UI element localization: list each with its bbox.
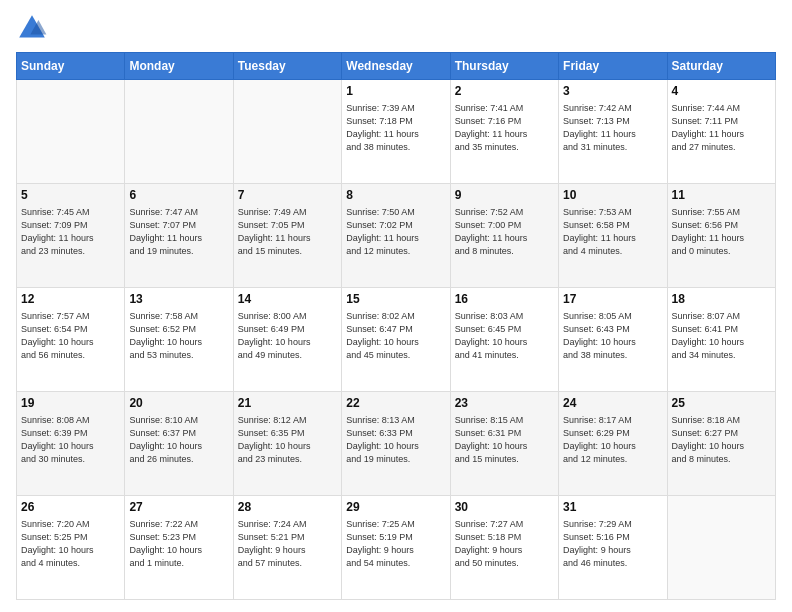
calendar-table: Sunday Monday Tuesday Wednesday Thursday… (16, 52, 776, 600)
day-number: 7 (238, 187, 337, 204)
day-info: Sunrise: 8:08 AM Sunset: 6:39 PM Dayligh… (21, 414, 120, 466)
day-number: 6 (129, 187, 228, 204)
day-number: 3 (563, 83, 662, 100)
calendar-cell: 21Sunrise: 8:12 AM Sunset: 6:35 PM Dayli… (233, 392, 341, 496)
calendar-cell: 30Sunrise: 7:27 AM Sunset: 5:18 PM Dayli… (450, 496, 558, 600)
day-info: Sunrise: 7:41 AM Sunset: 7:16 PM Dayligh… (455, 102, 554, 154)
day-info: Sunrise: 7:50 AM Sunset: 7:02 PM Dayligh… (346, 206, 445, 258)
day-number: 20 (129, 395, 228, 412)
day-number: 13 (129, 291, 228, 308)
calendar-week-row: 19Sunrise: 8:08 AM Sunset: 6:39 PM Dayli… (17, 392, 776, 496)
day-info: Sunrise: 8:12 AM Sunset: 6:35 PM Dayligh… (238, 414, 337, 466)
day-number: 15 (346, 291, 445, 308)
day-info: Sunrise: 8:10 AM Sunset: 6:37 PM Dayligh… (129, 414, 228, 466)
col-tuesday: Tuesday (233, 53, 341, 80)
calendar-cell: 28Sunrise: 7:24 AM Sunset: 5:21 PM Dayli… (233, 496, 341, 600)
calendar-cell: 1Sunrise: 7:39 AM Sunset: 7:18 PM Daylig… (342, 80, 450, 184)
day-info: Sunrise: 7:45 AM Sunset: 7:09 PM Dayligh… (21, 206, 120, 258)
logo (16, 12, 52, 44)
day-info: Sunrise: 8:00 AM Sunset: 6:49 PM Dayligh… (238, 310, 337, 362)
day-number: 2 (455, 83, 554, 100)
day-number: 23 (455, 395, 554, 412)
day-number: 24 (563, 395, 662, 412)
calendar-cell (125, 80, 233, 184)
day-info: Sunrise: 7:29 AM Sunset: 5:16 PM Dayligh… (563, 518, 662, 570)
calendar-cell: 26Sunrise: 7:20 AM Sunset: 5:25 PM Dayli… (17, 496, 125, 600)
day-info: Sunrise: 7:52 AM Sunset: 7:00 PM Dayligh… (455, 206, 554, 258)
day-number: 27 (129, 499, 228, 516)
day-number: 29 (346, 499, 445, 516)
day-info: Sunrise: 8:17 AM Sunset: 6:29 PM Dayligh… (563, 414, 662, 466)
calendar-cell: 4Sunrise: 7:44 AM Sunset: 7:11 PM Daylig… (667, 80, 775, 184)
calendar-cell: 27Sunrise: 7:22 AM Sunset: 5:23 PM Dayli… (125, 496, 233, 600)
day-number: 21 (238, 395, 337, 412)
day-number: 4 (672, 83, 771, 100)
calendar-cell: 17Sunrise: 8:05 AM Sunset: 6:43 PM Dayli… (559, 288, 667, 392)
calendar-cell: 24Sunrise: 8:17 AM Sunset: 6:29 PM Dayli… (559, 392, 667, 496)
header (16, 12, 776, 44)
day-info: Sunrise: 7:58 AM Sunset: 6:52 PM Dayligh… (129, 310, 228, 362)
calendar-cell: 16Sunrise: 8:03 AM Sunset: 6:45 PM Dayli… (450, 288, 558, 392)
calendar-cell (17, 80, 125, 184)
day-number: 16 (455, 291, 554, 308)
day-info: Sunrise: 7:20 AM Sunset: 5:25 PM Dayligh… (21, 518, 120, 570)
day-number: 11 (672, 187, 771, 204)
day-info: Sunrise: 7:22 AM Sunset: 5:23 PM Dayligh… (129, 518, 228, 570)
calendar-cell: 2Sunrise: 7:41 AM Sunset: 7:16 PM Daylig… (450, 80, 558, 184)
day-number: 25 (672, 395, 771, 412)
calendar-week-row: 26Sunrise: 7:20 AM Sunset: 5:25 PM Dayli… (17, 496, 776, 600)
calendar-cell: 29Sunrise: 7:25 AM Sunset: 5:19 PM Dayli… (342, 496, 450, 600)
day-info: Sunrise: 7:55 AM Sunset: 6:56 PM Dayligh… (672, 206, 771, 258)
col-wednesday: Wednesday (342, 53, 450, 80)
day-info: Sunrise: 7:42 AM Sunset: 7:13 PM Dayligh… (563, 102, 662, 154)
calendar-week-row: 5Sunrise: 7:45 AM Sunset: 7:09 PM Daylig… (17, 184, 776, 288)
day-info: Sunrise: 8:13 AM Sunset: 6:33 PM Dayligh… (346, 414, 445, 466)
calendar-cell: 8Sunrise: 7:50 AM Sunset: 7:02 PM Daylig… (342, 184, 450, 288)
logo-icon (16, 12, 48, 44)
day-number: 12 (21, 291, 120, 308)
calendar-cell: 7Sunrise: 7:49 AM Sunset: 7:05 PM Daylig… (233, 184, 341, 288)
calendar-cell: 15Sunrise: 8:02 AM Sunset: 6:47 PM Dayli… (342, 288, 450, 392)
day-info: Sunrise: 8:07 AM Sunset: 6:41 PM Dayligh… (672, 310, 771, 362)
day-number: 10 (563, 187, 662, 204)
day-number: 22 (346, 395, 445, 412)
calendar-cell: 14Sunrise: 8:00 AM Sunset: 6:49 PM Dayli… (233, 288, 341, 392)
col-saturday: Saturday (667, 53, 775, 80)
day-info: Sunrise: 8:05 AM Sunset: 6:43 PM Dayligh… (563, 310, 662, 362)
calendar-cell: 9Sunrise: 7:52 AM Sunset: 7:00 PM Daylig… (450, 184, 558, 288)
calendar-cell: 31Sunrise: 7:29 AM Sunset: 5:16 PM Dayli… (559, 496, 667, 600)
calendar-week-row: 12Sunrise: 7:57 AM Sunset: 6:54 PM Dayli… (17, 288, 776, 392)
day-number: 9 (455, 187, 554, 204)
day-info: Sunrise: 8:02 AM Sunset: 6:47 PM Dayligh… (346, 310, 445, 362)
calendar-cell: 23Sunrise: 8:15 AM Sunset: 6:31 PM Dayli… (450, 392, 558, 496)
calendar-cell: 22Sunrise: 8:13 AM Sunset: 6:33 PM Dayli… (342, 392, 450, 496)
day-info: Sunrise: 7:57 AM Sunset: 6:54 PM Dayligh… (21, 310, 120, 362)
calendar-cell (667, 496, 775, 600)
calendar-week-row: 1Sunrise: 7:39 AM Sunset: 7:18 PM Daylig… (17, 80, 776, 184)
calendar-cell (233, 80, 341, 184)
day-number: 26 (21, 499, 120, 516)
day-number: 8 (346, 187, 445, 204)
calendar-header-row: Sunday Monday Tuesday Wednesday Thursday… (17, 53, 776, 80)
calendar-cell: 3Sunrise: 7:42 AM Sunset: 7:13 PM Daylig… (559, 80, 667, 184)
day-info: Sunrise: 7:27 AM Sunset: 5:18 PM Dayligh… (455, 518, 554, 570)
day-number: 14 (238, 291, 337, 308)
day-info: Sunrise: 7:39 AM Sunset: 7:18 PM Dayligh… (346, 102, 445, 154)
day-number: 30 (455, 499, 554, 516)
col-monday: Monday (125, 53, 233, 80)
day-info: Sunrise: 7:24 AM Sunset: 5:21 PM Dayligh… (238, 518, 337, 570)
day-info: Sunrise: 8:15 AM Sunset: 6:31 PM Dayligh… (455, 414, 554, 466)
calendar-cell: 19Sunrise: 8:08 AM Sunset: 6:39 PM Dayli… (17, 392, 125, 496)
calendar-cell: 10Sunrise: 7:53 AM Sunset: 6:58 PM Dayli… (559, 184, 667, 288)
day-number: 1 (346, 83, 445, 100)
calendar-cell: 12Sunrise: 7:57 AM Sunset: 6:54 PM Dayli… (17, 288, 125, 392)
day-info: Sunrise: 7:49 AM Sunset: 7:05 PM Dayligh… (238, 206, 337, 258)
calendar-cell: 20Sunrise: 8:10 AM Sunset: 6:37 PM Dayli… (125, 392, 233, 496)
day-number: 31 (563, 499, 662, 516)
day-number: 28 (238, 499, 337, 516)
page: Sunday Monday Tuesday Wednesday Thursday… (0, 0, 792, 612)
day-number: 19 (21, 395, 120, 412)
calendar-cell: 25Sunrise: 8:18 AM Sunset: 6:27 PM Dayli… (667, 392, 775, 496)
calendar-cell: 13Sunrise: 7:58 AM Sunset: 6:52 PM Dayli… (125, 288, 233, 392)
day-number: 18 (672, 291, 771, 308)
